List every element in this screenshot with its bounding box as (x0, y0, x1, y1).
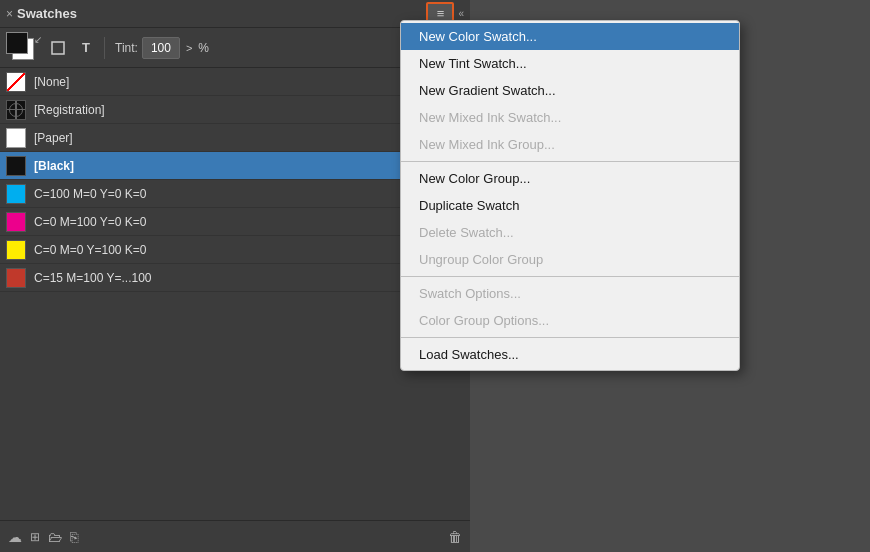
menu-duplicate-swatch-label: Duplicate Swatch (419, 198, 519, 213)
swatch-none-name: [None] (34, 75, 430, 89)
swatch-cyan-name: C=100 M=0 Y=0 K=0 (34, 187, 432, 201)
menu-duplicate-swatch[interactable]: Duplicate Swatch (401, 192, 739, 219)
menu-new-color-swatch-label: New Color Swatch... (419, 29, 537, 44)
swatch-partial-color (6, 268, 26, 288)
swatch-black-name: [Black] (34, 159, 412, 173)
menu-new-tint-swatch[interactable]: New Tint Swatch... (401, 50, 739, 77)
panel-title: Swatches (13, 6, 426, 21)
fill-frame-button[interactable] (46, 36, 70, 60)
swap-arrow-icon[interactable]: ↙ (34, 34, 42, 45)
menu-load-swatches-label: Load Swatches... (419, 347, 519, 362)
collapse-icon[interactable]: « (458, 8, 464, 19)
fill-color-front[interactable] (6, 32, 28, 54)
swatch-cyan-color (6, 184, 26, 204)
tint-label: Tint: (115, 41, 138, 55)
menu-color-group-options-label: Color Group Options... (419, 313, 549, 328)
tint-percent-label: % (198, 41, 209, 55)
color-preview: ↙ (6, 32, 42, 64)
menu-new-color-group[interactable]: New Color Group... (401, 165, 739, 192)
swatch-registration-color (6, 100, 26, 120)
menu-color-group-options: Color Group Options... (401, 307, 739, 334)
svg-rect-0 (52, 42, 64, 54)
menu-delete-swatch: Delete Swatch... (401, 219, 739, 246)
swatch-partial-name: C=15 M=100 Y=...100 (34, 271, 450, 285)
menu-new-gradient-swatch[interactable]: New Gradient Swatch... (401, 77, 739, 104)
bookmark-icon[interactable]: ⎘ (70, 529, 78, 545)
swatch-registration-name: [Registration] (34, 103, 430, 117)
close-icon[interactable]: × (6, 8, 13, 20)
fill-text-button[interactable]: T (74, 36, 98, 60)
tint-input[interactable]: 100 (142, 37, 180, 59)
swatch-magenta-name: C=0 M=100 Y=0 K=0 (34, 215, 432, 229)
menu-new-mixed-ink-group-label: New Mixed Ink Group... (419, 137, 555, 152)
swatch-paper-color (6, 128, 26, 148)
menu-separator-3 (401, 337, 739, 338)
swatch-yellow-color (6, 240, 26, 260)
panel-bottombar: ☁ ⊞ 🗁 ⎘ 🗑 (0, 520, 470, 552)
folder-icon[interactable]: 🗁 (48, 529, 62, 545)
menu-new-color-group-label: New Color Group... (419, 171, 530, 186)
swatch-yellow-name: C=0 M=0 Y=100 K=0 (34, 243, 432, 257)
trash-icon[interactable]: 🗑 (448, 529, 462, 545)
cloud-icon[interactable]: ☁ (8, 529, 22, 545)
menu-new-mixed-ink-group: New Mixed Ink Group... (401, 131, 739, 158)
hamburger-icon: ≡ (437, 6, 445, 21)
menu-swatch-options: Swatch Options... (401, 280, 739, 307)
menu-load-swatches[interactable]: Load Swatches... (401, 341, 739, 368)
menu-new-gradient-swatch-label: New Gradient Swatch... (419, 83, 556, 98)
menu-swatch-options-label: Swatch Options... (419, 286, 521, 301)
menu-new-mixed-ink-swatch-label: New Mixed Ink Swatch... (419, 110, 561, 125)
menu-separator-1 (401, 161, 739, 162)
menu-separator-2 (401, 276, 739, 277)
menu-ungroup-color-group-label: Ungroup Color Group (419, 252, 543, 267)
toolbar-separator (104, 37, 105, 59)
registration-mark-icon (7, 101, 25, 119)
menu-new-mixed-ink-swatch: New Mixed Ink Swatch... (401, 104, 739, 131)
menu-new-color-swatch[interactable]: New Color Swatch... (401, 23, 739, 50)
menu-new-tint-swatch-label: New Tint Swatch... (419, 56, 527, 71)
grid-icon[interactable]: ⊞ (30, 530, 40, 544)
tint-arrow-button[interactable]: > (184, 42, 194, 54)
menu-ungroup-color-group: Ungroup Color Group (401, 246, 739, 273)
menu-delete-swatch-label: Delete Swatch... (419, 225, 514, 240)
swatch-magenta-color (6, 212, 26, 232)
swatch-none-color (6, 72, 26, 92)
swatch-black-color (6, 156, 26, 176)
context-menu: New Color Swatch... New Tint Swatch... N… (400, 20, 740, 371)
